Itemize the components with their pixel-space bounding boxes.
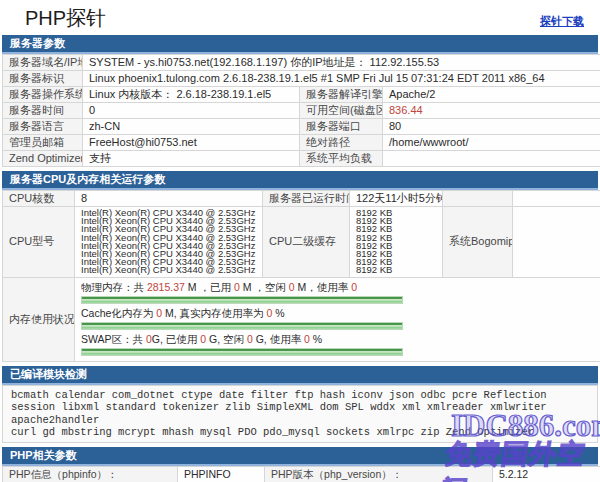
- section-header-cpu: 服务器CPU及内存相关运行参数: [2, 171, 598, 190]
- field-value: 8: [75, 191, 263, 207]
- table-row: 服务器操作系统Linux 内核版本： 2.6.18-238.19.1.el5服务…: [3, 87, 600, 103]
- field-value: Apache/2: [383, 87, 600, 103]
- field-value: 0: [83, 103, 300, 119]
- field-value: PHPINFO: [178, 466, 265, 482]
- field-value: /home/wwwroot/: [383, 135, 600, 151]
- field-value: FreeHost@hi0753.net: [83, 135, 300, 151]
- memory-usage-text: Cache化内存为 0 M, 真实内存使用率为 0 %: [81, 307, 596, 320]
- section-header-server: 服务器参数: [2, 35, 598, 54]
- section-php-params: PHP相关参数 PHP信息（phpinfo）：PHPINFOPHP版本（php_…: [2, 447, 598, 482]
- field-label: Zend Optimizer: [3, 151, 83, 167]
- memory-usage-bar: [81, 348, 403, 356]
- memory-usage-bar: [81, 322, 403, 330]
- field-label: [443, 191, 513, 207]
- memory-usage-text: 物理内存：共 2815.37 M ，已用 0 M ，空闲 0 M，使用率 0: [81, 281, 596, 294]
- field-value: 80: [383, 119, 600, 135]
- field-label: PHP版本（php_version）：: [265, 466, 493, 482]
- section-cpu-memory: 服务器CPU及内存相关运行参数 CPU核数8服务器已运行时间122天11小时5分…: [2, 171, 598, 362]
- php-params-table: PHP信息（phpinfo）：PHPINFOPHP版本（php_version）…: [2, 466, 600, 482]
- page-title: PHP探针: [25, 7, 106, 29]
- field-label: 可用空间(磁盘区): [300, 103, 383, 119]
- section-server-params: 服务器参数 服务器域名/IP地址SYSTEM - ys.hi0753.net(1…: [2, 35, 598, 167]
- field-label: 系统平均负载: [300, 151, 383, 167]
- table-row: 服务器语言zh-CN服务器端口80: [3, 119, 600, 135]
- table-row: CPU型号Intel(R) Xeon(R) CPU X3440 @ 2.53GH…: [3, 207, 600, 278]
- table-row: 服务器标识Linux phoenix1.tulong.com 2.6.18-23…: [3, 71, 600, 87]
- table-row: Zend Optimizer支持系统平均负载: [3, 151, 600, 167]
- field-label: 管理员邮箱: [3, 135, 83, 151]
- memory-usage-text: SWAP区：共 0G, 已使用 0 G, 空闲 0 G, 使用率 0 %: [81, 333, 596, 346]
- field-label: 服务器端口: [300, 119, 383, 135]
- field-label: 服务器域名/IP地址: [3, 55, 83, 71]
- modules-list: bcmath calendar com_dotnet ctype date fi…: [2, 385, 598, 443]
- probe-download-link[interactable]: 探针下载: [540, 14, 584, 29]
- field-value: Linux phoenix1.tulong.com 2.6.18-238.19.…: [83, 71, 600, 87]
- field-label: 服务器标识: [3, 71, 83, 87]
- modules-line: bcmath calendar com_dotnet ctype date fi…: [11, 389, 589, 402]
- memory-usage-bar: [81, 296, 403, 304]
- modules-line: session libxml standard tokenizer zlib S…: [11, 401, 589, 426]
- table-row: CPU核数8服务器已运行时间122天11小时5分钟: [3, 191, 600, 207]
- field-value: [513, 191, 600, 207]
- table-row: 服务器时间0可用空间(磁盘区)836.44: [3, 103, 600, 119]
- cpu-model-list: Intel(R) Xeon(R) CPU X3440 @ 2.53GHzInte…: [75, 207, 263, 278]
- modules-line: curl gd mbstring mcrypt mhash mysql PDO …: [11, 426, 589, 439]
- section-header-modules: 已编译模块检测: [2, 366, 598, 385]
- field-label: 内存使用状况: [3, 277, 75, 361]
- field-label: 服务器语言: [3, 119, 83, 135]
- cpu-memory-table: CPU核数8服务器已运行时间122天11小时5分钟CPU型号Intel(R) X…: [2, 190, 600, 362]
- table-row: 服务器域名/IP地址SYSTEM - ys.hi0753.net(192.168…: [3, 55, 600, 71]
- field-value: 122天11小时5分钟: [350, 191, 443, 207]
- memory-usage-cell: 物理内存：共 2815.37 M ，已用 0 M ，空闲 0 M，使用率 0Ca…: [75, 277, 600, 361]
- field-label: 服务器已运行时间: [263, 191, 350, 207]
- field-value: [383, 151, 600, 167]
- table-row: PHP信息（phpinfo）：PHPINFOPHP版本（php_version）…: [3, 466, 600, 482]
- section-header-php: PHP相关参数: [2, 447, 598, 466]
- field-label: CPU二级缓存: [263, 207, 350, 278]
- cpu-cache-list: 8192 KB8192 KB8192 KB8192 KB8192 KB8192 …: [350, 207, 443, 278]
- field-value: Linux 内核版本： 2.6.18-238.19.1.el5: [83, 87, 300, 103]
- field-value: SYSTEM - ys.hi0753.net(192.168.1.197) 你的…: [83, 55, 600, 71]
- field-label: CPU核数: [3, 191, 75, 207]
- field-value: 5.2.12: [493, 466, 600, 482]
- field-value: zh-CN: [83, 119, 300, 135]
- field-label: 系统Bogomips: [443, 207, 513, 278]
- field-value: 836.44: [383, 103, 600, 119]
- field-value: 支持: [83, 151, 300, 167]
- field-label: 服务器解译引擎: [300, 87, 383, 103]
- top-header: PHP探针 探针下载: [0, 0, 600, 35]
- field-label: 服务器时间: [3, 103, 83, 119]
- field-value: [513, 207, 600, 278]
- field-label: CPU型号: [3, 207, 75, 278]
- server-params-table: 服务器域名/IP地址SYSTEM - ys.hi0753.net(192.168…: [2, 54, 600, 167]
- table-row: 管理员邮箱FreeHost@hi0753.net绝对路径/home/wwwroo…: [3, 135, 600, 151]
- section-modules: 已编译模块检测 bcmath calendar com_dotnet ctype…: [2, 366, 598, 443]
- field-label: 服务器操作系统: [3, 87, 83, 103]
- table-row: 内存使用状况物理内存：共 2815.37 M ，已用 0 M ，空闲 0 M，使…: [3, 277, 600, 361]
- field-label: 绝对路径: [300, 135, 383, 151]
- field-label: PHP信息（phpinfo）：: [3, 466, 178, 482]
